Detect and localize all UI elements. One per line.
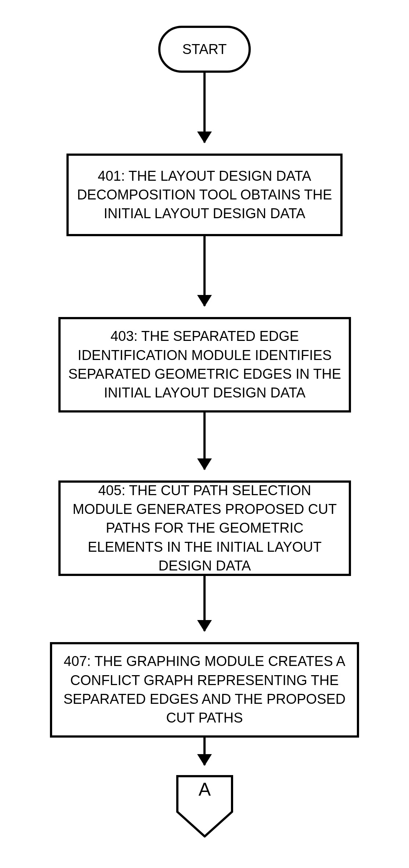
arrow-start-to-401 — [203, 73, 206, 143]
process-step-407-text: 407: THE GRAPHING MODULE CREATES A CONFL… — [59, 652, 350, 727]
arrow-403-to-405 — [203, 413, 206, 469]
offpage-connector-label: A — [176, 779, 233, 800]
start-label: START — [182, 42, 227, 57]
flowchart-canvas: START 401: THE LAYOUT DESIGN DATA DECOMP… — [0, 0, 409, 868]
arrow-407-to-connector — [203, 738, 206, 765]
process-step-407: 407: THE GRAPHING MODULE CREATES A CONFL… — [50, 642, 359, 738]
start-terminator: START — [158, 26, 251, 73]
arrow-405-to-407 — [203, 576, 206, 631]
process-step-401-text: 401: THE LAYOUT DESIGN DATA DECOMPOSITIO… — [76, 167, 333, 223]
arrow-401-to-403 — [203, 236, 206, 306]
process-step-403: 403: THE SEPARATED EDGE IDENTIFICATION M… — [58, 317, 351, 413]
process-step-403-text: 403: THE SEPARATED EDGE IDENTIFICATION M… — [68, 327, 341, 402]
process-step-401: 401: THE LAYOUT DESIGN DATA DECOMPOSITIO… — [66, 154, 343, 236]
process-step-405-text: 405: THE CUT PATH SELECTION MODULE GENER… — [68, 481, 341, 575]
process-step-405: 405: THE CUT PATH SELECTION MODULE GENER… — [58, 480, 351, 576]
